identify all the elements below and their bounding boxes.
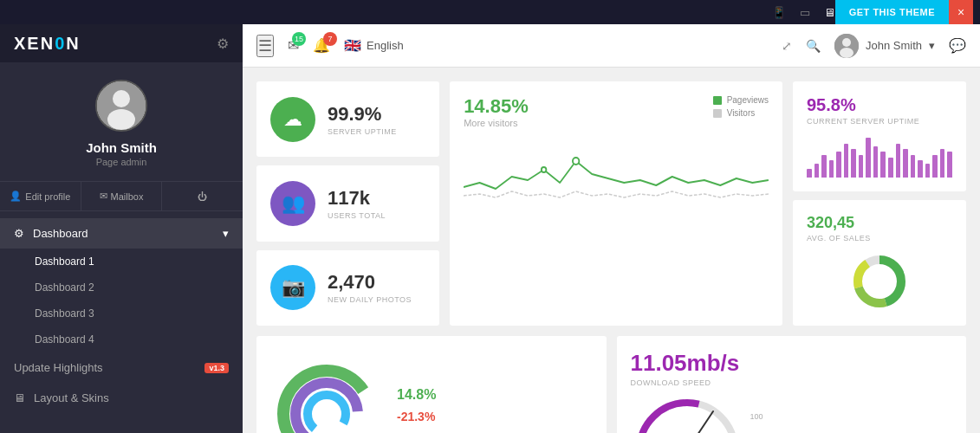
users-label: USERS TOTAL xyxy=(328,211,386,220)
header: ☰ ✉ 15 🔔 7 🇬🇧 English ⤢ 🔍 xyxy=(243,24,980,68)
avatar-image xyxy=(95,80,147,132)
svg-point-7 xyxy=(542,167,547,172)
mailbox-button[interactable]: ✉ Mailbox xyxy=(81,182,163,210)
legend-visitors: Visitors xyxy=(713,108,769,118)
visitors-chart-card: 14.85% More visitors Pageviews Visitors xyxy=(450,81,782,326)
nav-sub-dashboard3-label: Dashboard 3 xyxy=(35,307,94,320)
power-icon: ⏻ xyxy=(198,191,207,202)
language-selector[interactable]: 🇬🇧 English xyxy=(344,37,404,54)
flag-icon: 🇬🇧 xyxy=(344,37,361,54)
main: ☰ ✉ 15 🔔 7 🇬🇧 English ⤢ 🔍 xyxy=(243,24,980,433)
line-chart xyxy=(464,135,769,204)
user-menu-arrow: ▾ xyxy=(929,39,935,52)
nav-item-dashboard[interactable]: ⚙ Dashboard ▾ xyxy=(0,218,243,249)
widget-photos-info: 2,470 NEW DAILY PHOTOS xyxy=(328,271,412,304)
desktop-icon[interactable]: 🖥 xyxy=(824,6,835,19)
mailbox-label: Mailbox xyxy=(111,191,144,202)
header-avatar xyxy=(834,34,859,58)
dashboard-icon: ⚙ xyxy=(14,227,24,240)
nav-item-layout[interactable]: 🖥 Layout & Skins xyxy=(0,383,243,413)
mailbox-icon: ✉ xyxy=(100,191,107,202)
radial-label1: 14.8% xyxy=(397,387,436,403)
user-menu[interactable]: John Smith ▾ xyxy=(834,34,935,58)
search-icon[interactable]: 🔍 xyxy=(806,39,821,53)
layout-icon: 🖥 xyxy=(14,391,25,404)
uptime-value: 99.9% xyxy=(328,103,397,126)
logo: XEN0N xyxy=(14,34,81,54)
nav-dashboard-label: Dashboard xyxy=(33,227,88,240)
header-username: John Smith xyxy=(866,39,922,52)
photos-label: NEW DAILY PHOTOS xyxy=(328,295,412,304)
user-role: Page admin xyxy=(96,157,147,167)
photos-value: 2,470 xyxy=(328,271,412,294)
widget-daily-photos: 📷 2,470 NEW DAILY PHOTOS xyxy=(256,250,439,326)
sidebar-header: XEN0N ⚙ xyxy=(0,24,243,62)
chart-info: 14.85% More visitors xyxy=(464,95,529,128)
nav-sub-dashboard2[interactable]: Dashboard 2 xyxy=(0,275,243,301)
email-notification-button[interactable]: ✉ 15 xyxy=(288,37,299,54)
speed-scale: 100 50 xyxy=(750,412,763,433)
speed-max: 100 xyxy=(750,412,763,421)
device-icons: 📱 ▭ 🖥 xyxy=(772,6,835,19)
nav: ⚙ Dashboard ▾ Dashboard 1 Dashboard 2 Da… xyxy=(0,211,243,433)
settings-icon[interactable]: ⚙ xyxy=(217,36,229,52)
right-cards: 95.8% CURRENT SERVER UPTIME 320,45 AVG. … xyxy=(793,81,966,326)
download-speed-card: 11.05mb/s DOWNLOAD SPEED xyxy=(617,336,967,433)
get-theme-button[interactable]: GET THIS THEME xyxy=(835,0,949,24)
legend-pageviews: Pageviews xyxy=(713,95,769,105)
nav-layout-inner: 🖥 Layout & Skins xyxy=(14,391,109,404)
svg-point-1 xyxy=(113,90,130,107)
speedometer-container: 100 50 xyxy=(631,394,953,433)
chevron-down-icon: ▾ xyxy=(223,227,229,240)
svg-point-2 xyxy=(107,109,135,130)
power-button[interactable]: ⏻ xyxy=(162,182,243,210)
avatar xyxy=(95,80,147,132)
svg-point-6 xyxy=(573,158,579,165)
nav-sub-dashboard4[interactable]: Dashboard 4 xyxy=(0,326,243,352)
logo-accent: 0 xyxy=(55,34,66,53)
radial-label2: -21.3% xyxy=(397,410,436,423)
sales-label: AVG. OF SALES xyxy=(807,234,952,242)
nav-sub-dashboard1-label: Dashboard 1 xyxy=(35,255,94,268)
pageviews-label: Pageviews xyxy=(727,95,769,105)
nav-layout-label: Layout & Skins xyxy=(34,391,109,404)
top-widgets-row: ☁ 99.9% SERVER UPTIME 👥 117k USERS TOTAL xyxy=(256,81,966,326)
uptime-label: SERVER UPTIME xyxy=(328,127,397,136)
users-icon-circle: 👥 xyxy=(270,181,315,226)
chat-icon[interactable]: 💬 xyxy=(949,37,966,54)
bottom-row: 14.8% -21.3% 11.05mb/s DOWNLOAD SPEED xyxy=(256,336,966,433)
widget-users-total: 👥 117k USERS TOTAL xyxy=(256,165,439,241)
user-profile: John Smith Page admin xyxy=(0,62,243,182)
hamburger-button[interactable]: ☰ xyxy=(256,35,274,57)
svg-point-14 xyxy=(308,395,346,433)
visitors-dot xyxy=(713,109,722,118)
sales-card: 320,45 AVG. OF SALES xyxy=(793,200,966,326)
nav-updates-inner: Update Highlights xyxy=(14,361,103,374)
widget-server-uptime: ☁ 99.9% SERVER UPTIME xyxy=(256,81,439,157)
nav-updates-label: Update Highlights xyxy=(14,361,103,374)
nav-sub-dashboard3[interactable]: Dashboard 3 xyxy=(0,301,243,326)
tablet-icon[interactable]: ▭ xyxy=(800,6,810,19)
bell-notification-button[interactable]: 🔔 7 xyxy=(313,37,330,54)
email-badge: 15 xyxy=(292,32,306,46)
server-bar-chart xyxy=(807,134,952,178)
close-button[interactable]: × xyxy=(949,0,973,24)
donut-chart xyxy=(849,251,910,312)
mobile-icon[interactable]: 📱 xyxy=(772,6,786,19)
nav-sub-dashboard1[interactable]: Dashboard 1 xyxy=(0,249,243,275)
server-pct-label: CURRENT SERVER UPTIME xyxy=(807,117,952,126)
language-label: English xyxy=(367,39,404,52)
server-uptime-icon-circle: ☁ xyxy=(270,97,315,142)
edit-profile-button[interactable]: 👤 Edit profile xyxy=(0,182,81,210)
radial-chart xyxy=(270,358,383,433)
version-badge: v1.3 xyxy=(204,363,229,373)
donut-container xyxy=(807,251,952,312)
chart-subtitle: More visitors xyxy=(464,118,529,128)
radial-chart-card: 14.8% -21.3% xyxy=(256,336,607,433)
widget-users-info: 117k USERS TOTAL xyxy=(328,187,386,220)
nav-item-updates[interactable]: Update Highlights v1.3 xyxy=(0,352,243,383)
users-value: 117k xyxy=(328,187,386,210)
svg-point-4 xyxy=(842,38,851,47)
server-pct-value: 95.8% xyxy=(807,95,952,115)
expand-icon[interactable]: ⤢ xyxy=(782,39,792,53)
